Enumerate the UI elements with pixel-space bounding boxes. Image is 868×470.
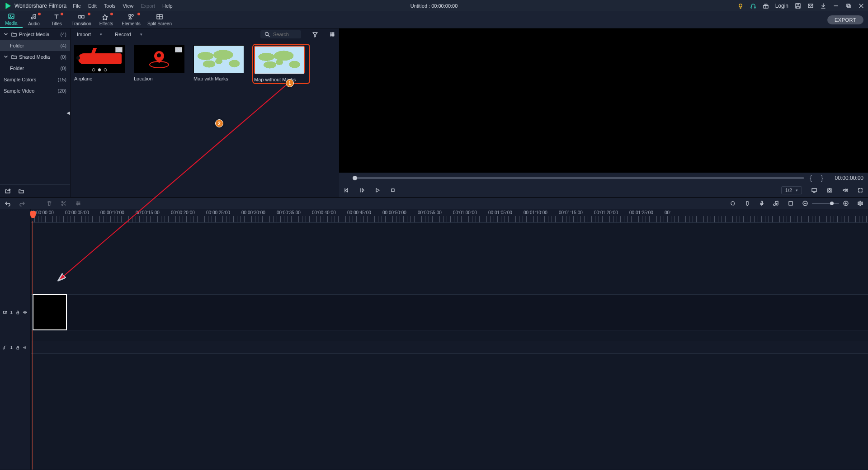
tab-splitscreen[interactable]: Split Screen bbox=[145, 11, 175, 28]
svg-rect-41 bbox=[858, 202, 859, 205]
svg-rect-7 bbox=[848, 5, 850, 8]
record-dropdown[interactable]: Record▾ bbox=[112, 31, 145, 38]
tab-elements[interactable]: Elements bbox=[118, 11, 145, 28]
preview-quality-dropdown[interactable]: 1/2▾ bbox=[781, 186, 802, 194]
preview-panel: { } 00:00:00:00 1/2▾ bbox=[339, 28, 868, 197]
chevron-down-icon: ▾ bbox=[100, 32, 102, 37]
ruler-mark: 00: bbox=[665, 210, 671, 215]
play-icon[interactable] bbox=[374, 187, 381, 193]
window-close-icon[interactable] bbox=[858, 3, 864, 9]
step-back-icon[interactable] bbox=[344, 187, 350, 193]
timeline-tracks[interactable] bbox=[31, 223, 868, 470]
tab-audio[interactable]: Audio bbox=[23, 11, 45, 28]
tab-transition[interactable]: Transition bbox=[68, 11, 95, 28]
app-logo-icon bbox=[5, 2, 12, 9]
zoom-out-icon[interactable] bbox=[802, 200, 808, 207]
media-thumb-airplane[interactable]: Airplane bbox=[74, 45, 128, 83]
split-icon[interactable] bbox=[61, 200, 67, 207]
crop-icon[interactable] bbox=[788, 200, 794, 207]
window-maximize-icon[interactable] bbox=[845, 3, 852, 9]
playhead[interactable] bbox=[33, 221, 33, 470]
new-folder-icon[interactable] bbox=[5, 188, 11, 194]
svg-rect-37 bbox=[789, 202, 793, 205]
notification-dot-icon bbox=[137, 13, 140, 15]
timeline-drop-placeholder[interactable] bbox=[33, 294, 67, 330]
grid-view-icon[interactable] bbox=[329, 31, 335, 38]
preview-scrubber[interactable] bbox=[353, 177, 804, 179]
export-button[interactable]: EXPORT bbox=[827, 15, 863, 24]
import-dropdown[interactable]: Import▾ bbox=[74, 31, 105, 38]
lightbulb-icon[interactable] bbox=[737, 3, 744, 9]
volume-icon[interactable] bbox=[842, 187, 848, 193]
sidebar-shared-media-label: Shared Media bbox=[19, 54, 50, 60]
svg-rect-10 bbox=[79, 15, 81, 18]
search-input[interactable] bbox=[273, 32, 297, 37]
headphones-icon[interactable] bbox=[750, 3, 756, 9]
marker-icon[interactable] bbox=[744, 200, 750, 207]
visibility-icon[interactable] bbox=[23, 309, 28, 315]
lock-icon[interactable] bbox=[15, 344, 20, 351]
undo-icon[interactable] bbox=[5, 200, 11, 207]
frame-forward-icon[interactable] bbox=[359, 187, 365, 193]
tab-media[interactable]: Media bbox=[0, 11, 23, 28]
menu-edit[interactable]: Edit bbox=[88, 3, 97, 9]
svg-rect-45 bbox=[17, 312, 19, 314]
snapshot-icon[interactable] bbox=[826, 187, 833, 193]
window-title: Untitled : 00:00:00:00 bbox=[410, 3, 458, 9]
svg-point-46 bbox=[25, 312, 26, 313]
media-thumb-map-marks[interactable]: Map with Marks bbox=[193, 45, 248, 83]
media-thumb-map-nomarks[interactable]: Map without Marks bbox=[253, 45, 309, 83]
timeline-ruler[interactable]: 00:00:00:0000:00:05:0000:00:10:0000:00:1… bbox=[31, 209, 868, 223]
fullscreen-icon[interactable] bbox=[857, 187, 863, 193]
sidebar-folder-1-count: (4) bbox=[61, 43, 66, 48]
sidebar-folder-1[interactable]: Folder (4) bbox=[0, 40, 70, 51]
mark-in-out-icon[interactable]: { } bbox=[810, 174, 826, 182]
redo-icon[interactable] bbox=[19, 200, 25, 207]
voiceover-icon[interactable] bbox=[759, 200, 765, 207]
folder-open-icon[interactable] bbox=[18, 188, 24, 194]
sidebar-shared-media[interactable]: Shared Media (0) bbox=[0, 51, 70, 62]
video-track-lane[interactable] bbox=[31, 294, 868, 330]
menu-view[interactable]: View bbox=[123, 3, 134, 9]
menu-file[interactable]: File bbox=[73, 3, 81, 9]
import-label: Import bbox=[77, 32, 91, 37]
preview-viewport[interactable] bbox=[339, 28, 868, 173]
lock-icon[interactable] bbox=[15, 309, 20, 315]
sidebar-project-media-count: (4) bbox=[61, 32, 66, 37]
playhead-handle-icon[interactable] bbox=[30, 211, 36, 218]
sidebar-project-media[interactable]: Project Media (4) bbox=[0, 28, 70, 40]
login-button[interactable]: Login bbox=[775, 3, 788, 9]
adjust-icon[interactable] bbox=[75, 200, 81, 207]
download-icon[interactable] bbox=[820, 3, 826, 9]
zoom-fit-icon[interactable] bbox=[857, 200, 863, 207]
audio-mixer-icon[interactable] bbox=[773, 200, 779, 207]
menu-tools[interactable]: Tools bbox=[104, 3, 116, 9]
zoom-in-icon[interactable] bbox=[843, 200, 849, 207]
mail-icon[interactable] bbox=[807, 3, 814, 9]
delete-icon[interactable] bbox=[46, 200, 52, 207]
display-icon[interactable] bbox=[811, 187, 817, 193]
media-thumb-location[interactable]: Location bbox=[134, 45, 188, 83]
audio-track-lane[interactable] bbox=[31, 341, 868, 354]
stop-icon[interactable] bbox=[390, 187, 396, 193]
svg-point-32 bbox=[829, 190, 830, 192]
notification-dot-icon bbox=[38, 13, 41, 15]
sidebar-folder-2[interactable]: Folder (0) bbox=[0, 62, 70, 74]
sidebar-sample-video[interactable]: Sample Video (20) bbox=[0, 85, 70, 96]
window-minimize-icon[interactable] bbox=[833, 3, 839, 9]
sidebar-sample-colors[interactable]: Sample Colors (15) bbox=[0, 74, 70, 85]
tab-effects[interactable]: Effects bbox=[95, 11, 118, 28]
tab-titles[interactable]: Titles bbox=[45, 11, 68, 28]
search-box[interactable] bbox=[260, 30, 301, 38]
svg-point-19 bbox=[330, 34, 331, 35]
menu-help[interactable]: Help bbox=[162, 3, 173, 9]
mute-icon[interactable] bbox=[23, 344, 28, 351]
zoom-slider[interactable] bbox=[812, 203, 839, 204]
filter-icon[interactable] bbox=[312, 31, 318, 38]
menu-export[interactable]: Export bbox=[141, 3, 155, 9]
render-icon[interactable] bbox=[730, 200, 736, 207]
gift-icon[interactable] bbox=[763, 3, 769, 9]
image-badge-icon bbox=[175, 47, 182, 52]
notification-dot-icon bbox=[88, 13, 90, 15]
save-icon[interactable] bbox=[795, 3, 801, 9]
